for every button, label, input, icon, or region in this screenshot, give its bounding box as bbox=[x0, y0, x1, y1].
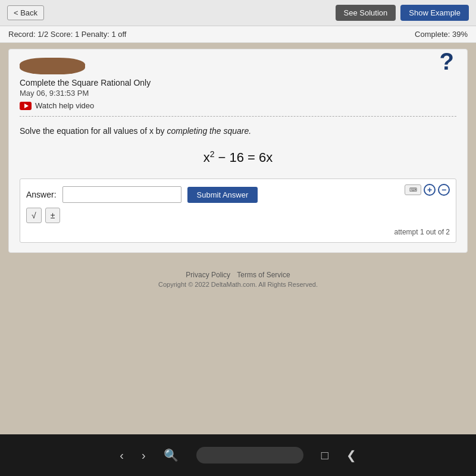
watch-video-label: Watch help video bbox=[35, 101, 94, 110]
statement-italic: completing the square. bbox=[167, 126, 251, 136]
avatar bbox=[20, 58, 85, 74]
privacy-policy-link[interactable]: Privacy Policy bbox=[186, 271, 230, 279]
watch-video-link[interactable]: Watch help video bbox=[20, 101, 456, 110]
divider bbox=[20, 116, 456, 117]
equation-text: x2 − 16 = 6x bbox=[203, 150, 273, 165]
attempt-text: attempt 1 out of 2 bbox=[26, 228, 450, 236]
keyboard-icon[interactable]: ⌨ bbox=[405, 184, 421, 195]
taskbar-searchbar bbox=[196, 447, 303, 464]
math-buttons: √ ± bbox=[26, 208, 450, 223]
record-text: Record: 1/2 Score: 1 Penalty: 1 off bbox=[8, 30, 127, 39]
footer-copyright: Copyright © 2022 DeltaMath.com. All Righ… bbox=[0, 281, 476, 288]
remove-button[interactable]: − bbox=[438, 184, 450, 196]
taskbar-forward-icon[interactable]: › bbox=[142, 449, 146, 462]
problem-statement: Solve the equation for all values of x b… bbox=[20, 125, 456, 137]
taskbar-screen-icon[interactable]: □ bbox=[321, 449, 328, 462]
submit-answer-button[interactable]: Submit Answer bbox=[187, 187, 258, 203]
sqrt-button[interactable]: √ bbox=[26, 208, 42, 223]
problem-date: May 06, 9:31:53 PM bbox=[20, 89, 456, 98]
footer: Privacy Policy Terms of Service Copyrigh… bbox=[0, 271, 476, 288]
answer-input[interactable] bbox=[62, 186, 181, 203]
answer-area: ⌨ + − Answer: Submit Answer √ ± attempt … bbox=[20, 178, 456, 243]
answer-label: Answer: bbox=[26, 190, 57, 199]
taskbar-back-icon[interactable]: ‹ bbox=[120, 449, 124, 462]
top-bar: < Back See Solution Show Example bbox=[0, 0, 476, 26]
terms-of-service-link[interactable]: Terms of Service bbox=[237, 271, 290, 279]
top-right-buttons: See Solution Show Example bbox=[336, 5, 469, 21]
see-solution-button[interactable]: See Solution bbox=[336, 5, 396, 21]
add-button[interactable]: + bbox=[424, 184, 436, 196]
youtube-icon bbox=[20, 102, 32, 110]
record-bar: Record: 1/2 Score: 1 Penalty: 1 off Comp… bbox=[0, 26, 476, 43]
answer-row: Answer: Submit Answer bbox=[26, 186, 450, 203]
keyboard-icons: ⌨ + − bbox=[405, 184, 450, 196]
taskbar-back2-icon[interactable]: ❮ bbox=[346, 448, 356, 462]
taskbar-search-icon[interactable]: 🔍 bbox=[164, 448, 178, 462]
show-example-button[interactable]: Show Example bbox=[400, 5, 469, 21]
main-content: ? Complete the Square Rational Only May … bbox=[8, 49, 468, 253]
equation-display: x2 − 16 = 6x bbox=[20, 149, 456, 165]
footer-links: Privacy Policy Terms of Service bbox=[0, 271, 476, 279]
complete-text: Complete: 39% bbox=[415, 30, 468, 39]
help-icon[interactable]: ? bbox=[440, 48, 454, 75]
problem-title: Complete the Square Rational Only bbox=[20, 78, 456, 87]
plusminus-button[interactable]: ± bbox=[45, 208, 61, 223]
back-button[interactable]: < Back bbox=[7, 5, 44, 20]
statement-text: Solve the equation for all values of x b… bbox=[20, 126, 167, 136]
taskbar: ‹ › 🔍 □ ❮ bbox=[0, 434, 476, 476]
